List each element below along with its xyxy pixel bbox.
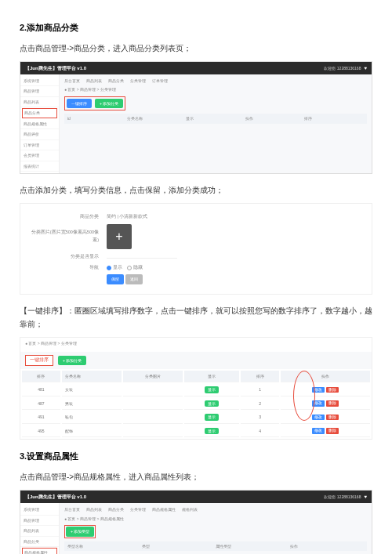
table-row: 495配饰显示4修改删除 xyxy=(22,425,370,438)
table-row: 481女装显示1修改删除 xyxy=(22,384,370,396)
add-type-button[interactable]: + 添加类型 xyxy=(66,527,94,537)
delete-button[interactable]: 删除 xyxy=(326,400,339,407)
heart-icon: ♥ xyxy=(364,493,367,501)
onekey-sort-button-highlighted[interactable]: 一键排序 xyxy=(25,355,53,365)
text-goto-attr: 点击商品管理->商品规格属性，进入商品属性列表； xyxy=(20,470,372,483)
cell-show: 显示 xyxy=(184,384,240,396)
tab[interactable]: 后台首页 xyxy=(64,78,80,85)
sidebar-item[interactable]: 系统管理 xyxy=(20,76,59,87)
add-category-button[interactable]: + 添加分类 xyxy=(58,356,86,366)
breadcrumb: ● 首页 > 商品管理 > 分类管理 xyxy=(64,86,367,93)
col: 分类名称 xyxy=(127,115,187,122)
tab[interactable]: 后台首页 xyxy=(64,506,80,513)
cell-sort[interactable]: 3 xyxy=(241,411,279,424)
radio-show[interactable] xyxy=(107,266,111,270)
admin-sidebar: 系统管理 商品管理 商品列表 商品分类 商品规格属性 商品评价 订单管理 会员管… xyxy=(20,74,60,174)
text-add-category-form: 点击添加分类，填写分类信息，点击保留，添加分类成功； xyxy=(20,183,372,197)
sidebar-item[interactable]: 报表统计 xyxy=(20,161,59,172)
cell-show: 显示 xyxy=(184,398,240,411)
sidebar-item[interactable]: 订单管理 xyxy=(20,140,59,151)
cell-show: 显示 xyxy=(184,411,240,424)
sidebar-item[interactable]: 商品评价 xyxy=(20,129,59,140)
sidebar-item[interactable]: 商品列表 xyxy=(20,526,59,537)
delete-button[interactable]: 删除 xyxy=(326,387,339,393)
sidebar-item[interactable]: 商品规格属性 xyxy=(20,119,59,130)
col: 显示 xyxy=(186,115,245,122)
heart-icon: ♥ xyxy=(364,64,367,72)
brand-label: 【Jun腾先生】管理平台 v1.0 xyxy=(25,493,86,501)
col: 排序 xyxy=(241,371,279,383)
delete-button[interactable]: 删除 xyxy=(326,428,339,434)
cell-id: 487 xyxy=(22,398,60,411)
tab[interactable]: 商品分类 xyxy=(108,506,124,513)
tab[interactable]: 商品分类 xyxy=(108,78,124,85)
tab[interactable]: 商品规格属性 xyxy=(152,506,176,513)
edit-button[interactable]: 修改 xyxy=(312,415,325,421)
sidebar-item[interactable]: 商品列表 xyxy=(20,97,59,108)
tab[interactable]: 分类管理 xyxy=(130,78,146,85)
tab[interactable]: 规格列表 xyxy=(182,506,198,513)
sidebar-item-category-highlighted[interactable]: 商品分类 xyxy=(22,108,57,118)
cell-id: 481 xyxy=(22,384,60,396)
top-tabs: 后台首页 商品列表 商品分类 分类管理 商品规格属性 规格列表 xyxy=(64,506,367,513)
sidebar-item[interactable]: 会员管理 xyxy=(20,150,59,161)
label-show: 分类是否显示 xyxy=(28,253,107,260)
user-label: 欢迎您 12288136168 xyxy=(324,494,361,501)
save-button[interactable]: 保留 xyxy=(107,274,124,284)
col: id xyxy=(67,115,127,122)
cell-show: 显示 xyxy=(184,425,240,438)
cell-img xyxy=(123,398,183,411)
delete-button[interactable]: 删除 xyxy=(326,415,339,421)
image-upload-button[interactable]: + xyxy=(107,224,132,249)
tab[interactable]: 订单管理 xyxy=(152,78,168,85)
cell-sort[interactable]: 4 xyxy=(241,425,279,438)
cell-id: 495 xyxy=(22,425,60,438)
top-tabs: 后台首页 商品列表 商品分类 分类管理 订单管理 xyxy=(64,78,367,85)
cell-name: 鞋包 xyxy=(62,411,122,424)
sidebar-item[interactable]: 商品分类 xyxy=(20,537,59,548)
edit-button[interactable]: 修改 xyxy=(312,428,325,434)
cell-name: 配饰 xyxy=(62,425,122,438)
screenshot-attr-list: 【Jun腾先生】管理平台 v1.0 欢迎您 12288136168 ♥ 系统管理… xyxy=(20,490,372,554)
cell-ops: 修改删除 xyxy=(281,425,370,438)
sidebar-item[interactable]: 商品管理 xyxy=(20,86,59,97)
cell-name: 男装 xyxy=(62,398,122,411)
text-goto-category: 点击商品管理->商品分类，进入商品分类列表页； xyxy=(20,42,372,55)
cell-img xyxy=(123,411,183,424)
admin-main: 后台首页 商品列表 商品分类 分类管理 订单管理 ● 首页 > 商品管理 > 分… xyxy=(60,74,372,174)
sidebar-item-attr-highlighted[interactable]: 商品规格属性 xyxy=(22,548,57,554)
cell-sort[interactable]: 2 xyxy=(241,398,279,411)
tab[interactable]: 分类管理 xyxy=(130,506,146,513)
tab[interactable]: 商品列表 xyxy=(86,78,102,85)
sidebar-item[interactable]: 商品管理 xyxy=(20,516,59,527)
table-row: 491鞋包显示3修改删除 xyxy=(22,411,370,424)
col: 分类图片 xyxy=(123,371,183,383)
category-table: 排序 分类名称 分类图片 显示 排序 操作 481女装显示1修改删除487男装显… xyxy=(20,369,372,440)
col: 类型 xyxy=(142,543,216,550)
value-category-name[interactable]: 简约 | 小清新新款式 xyxy=(107,213,364,220)
breadcrumb: ● 首页 > 商品管理 > 分类管理 xyxy=(20,338,372,349)
admin-sidebar: 系统管理 商品管理 商品列表 商品分类 商品规格属性 商品评价 订单管理 会员管… xyxy=(20,503,60,554)
add-category-button[interactable]: + 添加分类 xyxy=(95,99,123,109)
onekey-sort-button[interactable]: 一键排序 xyxy=(67,99,92,109)
label-category-name: 商品分类 xyxy=(28,213,107,220)
screenshot-category-form: 商品分类 简约 | 小清新新款式 分类图片(图片宽500像素高500像素) + … xyxy=(20,203,372,295)
screenshot-sort-table: ● 首页 > 商品管理 > 分类管理 一键排序 + 添加分类 排序 分类名称 分… xyxy=(20,337,372,440)
show-input[interactable] xyxy=(107,252,177,259)
screenshot-category-list: 【Jun腾先生】管理平台 v1.0 欢迎您 12288136168 ♥ 系统管理… xyxy=(20,61,372,175)
heading-set-attr: 3.设置商品属性 xyxy=(20,449,372,464)
radio-label: 隐藏 xyxy=(133,265,143,270)
cell-name: 女装 xyxy=(62,384,122,396)
user-label: 欢迎您 12288136168 xyxy=(324,65,361,72)
heading-add-category: 2.添加商品分类 xyxy=(20,20,372,35)
admin-topbar: 【Jun腾先生】管理平台 v1.0 欢迎您 12288136168 ♥ xyxy=(20,491,372,503)
radio-hide[interactable] xyxy=(127,266,132,270)
tab[interactable]: 商品列表 xyxy=(86,506,102,513)
text-onekey-sort: 【一键排序】：匿圈区域填写排序数字，点击一键排序，就可以按照您写的数字排序了，数… xyxy=(20,304,372,331)
sidebar-item[interactable]: 系统管理 xyxy=(20,505,59,516)
back-button[interactable]: 返回 xyxy=(125,274,143,284)
cell-sort[interactable]: 1 xyxy=(241,384,279,396)
col: 操作 xyxy=(290,543,365,550)
cell-ops: 修改删除 xyxy=(281,411,370,424)
radio-label: 显示 xyxy=(113,265,122,270)
